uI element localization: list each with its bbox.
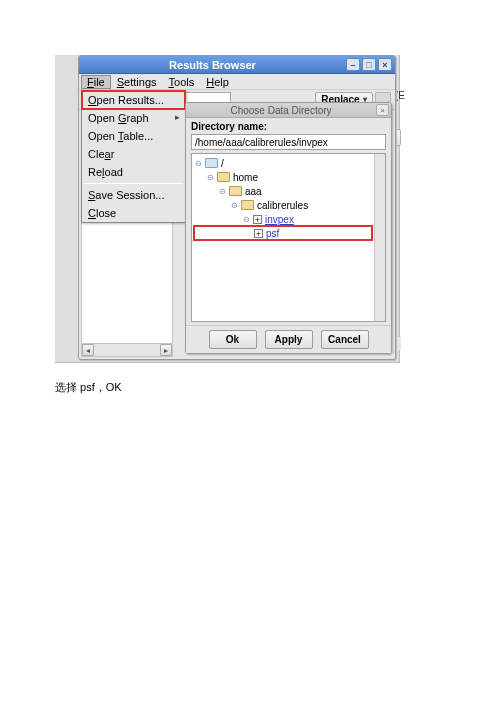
tree-psf[interactable]: + psf: [194, 226, 372, 240]
folder-icon: [229, 186, 242, 196]
tree-invpex[interactable]: ⊝ + invpex: [194, 212, 372, 226]
tree-toggle-icon[interactable]: ⊝: [206, 173, 215, 182]
ok-button[interactable]: Ok: [209, 330, 257, 349]
dialog-titlebar[interactable]: Choose Data Directory ×: [186, 103, 391, 118]
tree-toggle-icon[interactable]: ⊝: [242, 215, 251, 224]
directory-name-label: Directory name:: [191, 121, 386, 132]
close-icon[interactable]: ×: [378, 58, 392, 71]
menu-separator: [84, 183, 183, 184]
results-browser-title: Results Browser: [79, 59, 346, 71]
file-menu-dropdown: Open Results... Open Graph ▸ Open Table.…: [81, 90, 186, 223]
screenshot-region: 编辑(E E ampo] in = gene timu ms ccur esic…: [55, 55, 400, 363]
choose-data-directory-dialog: Choose Data Directory × Directory name: …: [185, 102, 392, 354]
results-browser-menubar: File Settings Tools Help: [79, 74, 395, 90]
tree-toggle-icon[interactable]: ⊝: [194, 159, 203, 168]
tree-vscrollbar[interactable]: [374, 154, 385, 321]
plus-icon[interactable]: +: [253, 215, 262, 224]
folder-icon: [241, 200, 254, 210]
tree-root[interactable]: ⊝ /: [194, 156, 372, 170]
tree-toggle-icon[interactable]: ⊝: [218, 187, 227, 196]
menu-file[interactable]: File: [81, 75, 111, 89]
menu-reload[interactable]: Reload: [82, 163, 185, 181]
menu-close[interactable]: Close: [82, 204, 185, 222]
cancel-button[interactable]: Cancel: [321, 330, 369, 349]
menu-settings[interactable]: Settings: [111, 75, 163, 89]
tree-home[interactable]: ⊝ home: [194, 170, 372, 184]
folder-icon: [217, 172, 230, 182]
directory-path-input[interactable]: /home/aaa/calibrerules/invpex: [191, 134, 386, 150]
left-pane-hscrollbar[interactable]: ◂ ▸: [82, 343, 172, 356]
menu-save-session[interactable]: Save Session...: [82, 186, 185, 204]
maximize-icon[interactable]: □: [362, 58, 376, 71]
menu-open-table[interactable]: Open Table...: [82, 127, 185, 145]
caption-text: 选择 psf，OK: [55, 380, 122, 395]
menu-clear[interactable]: Clear: [82, 145, 185, 163]
folder-icon: [205, 158, 218, 168]
tree-calibrerules[interactable]: ⊝ calibrerules: [194, 198, 372, 212]
dialog-title: Choose Data Directory: [186, 105, 376, 116]
menu-tools[interactable]: Tools: [163, 75, 201, 89]
menu-help[interactable]: Help: [200, 75, 235, 89]
menu-open-graph[interactable]: Open Graph ▸: [82, 109, 185, 127]
minimize-icon[interactable]: –: [346, 58, 360, 71]
apply-button[interactable]: Apply: [265, 330, 313, 349]
results-browser-titlebar[interactable]: Results Browser – □ ×: [79, 56, 395, 74]
scroll-left-icon[interactable]: ◂: [82, 344, 94, 356]
dialog-close-icon[interactable]: ×: [376, 104, 389, 116]
tree-aaa[interactable]: ⊝ aaa: [194, 184, 372, 198]
scroll-right-icon[interactable]: ▸: [160, 344, 172, 356]
dialog-button-row: Ok Apply Cancel: [186, 325, 391, 353]
submenu-arrow-icon: ▸: [175, 112, 180, 122]
directory-tree: ⊝ / ⊝ home ⊝ aaa ⊝: [191, 153, 386, 322]
plus-icon[interactable]: +: [254, 229, 263, 238]
tree-toggle-icon[interactable]: ⊝: [230, 201, 239, 210]
menu-open-results[interactable]: Open Results...: [82, 91, 185, 109]
